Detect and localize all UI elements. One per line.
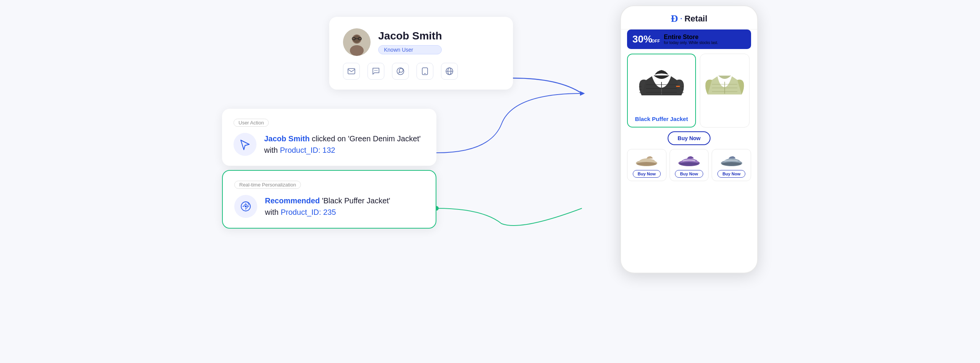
personalization-card-label: Real-time Personalization <box>234 181 301 189</box>
personalization-main-text: Recommended 'Black Puffer Jacket' <box>265 195 390 206</box>
phone-header: Ð · Retail <box>621 6 757 29</box>
phone-mockup: Ð · Retail 30% OFF Entire Store for toda… <box>620 5 758 273</box>
svg-point-4 <box>350 45 364 56</box>
shoe-card-3: Buy Now <box>712 149 751 181</box>
ai-brain-icon <box>239 200 252 213</box>
personalization-icon-circle <box>234 195 257 218</box>
email-icon[interactable] <box>343 63 360 80</box>
user-info: Jacob Smith Known User <box>378 30 442 54</box>
action-description: clicked on 'Green Denim Jacket' <box>310 134 421 143</box>
whatsapp-icon[interactable] <box>392 63 409 80</box>
shoe-image-1 <box>635 152 658 168</box>
action-card-label: User Action <box>234 119 269 127</box>
action-user-name: Jacob Smith <box>264 134 310 143</box>
action-content: Jacob Smith clicked on 'Green Denim Jack… <box>234 133 425 156</box>
secondary-product-card <box>700 54 750 128</box>
user-icons <box>343 63 499 80</box>
svg-point-41 <box>722 162 742 166</box>
action-product-id: Product_ID: 132 <box>280 146 335 154</box>
shoe-image-2 <box>678 152 701 168</box>
svg-point-39 <box>679 162 699 166</box>
chat-icon[interactable] <box>368 63 384 80</box>
shoe-card-2: Buy Now <box>670 149 709 181</box>
personalization-product-id: Product_ID: 235 <box>281 208 336 216</box>
svg-point-37 <box>637 162 657 166</box>
brand-d-icon: Ð <box>671 13 678 25</box>
dark-jacket-image <box>635 61 688 111</box>
personalization-product: 'Black Puffer Jacket' <box>320 196 390 205</box>
svg-point-5 <box>353 35 361 43</box>
svg-point-20 <box>245 206 247 208</box>
shoes-row: Buy Now Buy Now <box>621 149 757 181</box>
action-product-text: with Product_ID: 132 <box>264 144 421 156</box>
personalization-card: Real-time Personalization Recommended 'B… <box>222 170 436 229</box>
brand-logo: Ð · Retail <box>671 13 707 25</box>
products-row: Black Puffer Jacket <box>621 54 757 128</box>
user-card-top: Jacob Smith Known User <box>343 28 499 56</box>
user-card: Jacob Smith Known User <box>329 17 513 90</box>
user-name: Jacob Smith <box>378 30 442 42</box>
main-container: Jacob Smith Known User <box>0 0 980 363</box>
known-user-badge: Known User <box>378 45 442 54</box>
buy-btn-shoe-2[interactable]: Buy Now <box>675 170 703 178</box>
sale-percent-area: 30% OFF <box>632 33 660 45</box>
brand-name: Retail <box>684 14 707 24</box>
sale-main: Entire Store <box>664 34 718 41</box>
light-jacket-image <box>705 60 745 110</box>
action-text: Jacob Smith clicked on 'Green Denim Jack… <box>264 133 421 156</box>
shoe-card-1: Buy Now <box>627 149 666 181</box>
action-main-text: Jacob Smith clicked on 'Green Denim Jack… <box>264 133 421 144</box>
svg-marker-0 <box>580 91 585 96</box>
action-card: User Action Jacob Smith clicked on 'Gree… <box>222 109 436 166</box>
featured-product-name: Black Puffer Jacket <box>632 116 691 122</box>
action-icon-circle <box>234 133 256 156</box>
svg-point-10 <box>374 70 375 71</box>
personalization-product-text: with Product_ID: 235 <box>265 206 390 218</box>
sale-banner: 30% OFF Entire Store for today only. Whi… <box>627 29 751 49</box>
navigation-icon <box>239 139 251 150</box>
purple-shoe-svg <box>678 152 701 168</box>
sale-percent: 30% <box>632 33 652 45</box>
phone-icon[interactable] <box>416 63 433 80</box>
personalization-with-label: with <box>265 208 281 216</box>
shoe-image-3 <box>720 152 743 168</box>
personalization-recommended: Recommended <box>265 196 320 205</box>
action-with-label: with <box>264 146 280 154</box>
web-icon[interactable] <box>441 63 458 80</box>
light-jacket-image-area <box>705 59 745 112</box>
svg-point-11 <box>376 70 376 71</box>
beige-shoe-svg <box>635 152 658 168</box>
content-area: Jacob Smith Known User <box>222 17 758 346</box>
featured-product-card: Black Puffer Jacket <box>627 54 696 128</box>
avatar <box>343 28 371 56</box>
sale-off: OFF <box>652 39 660 43</box>
personalization-text: Recommended 'Black Puffer Jacket' with P… <box>265 195 390 218</box>
sale-text-area: Entire Store for today only. While stock… <box>664 34 718 45</box>
sale-sub: for today only. While stocks last. <box>664 41 718 45</box>
gray-shoe-svg <box>720 152 743 168</box>
svg-rect-9 <box>348 69 355 74</box>
svg-point-12 <box>377 70 377 71</box>
buy-btn-shoe-1[interactable]: Buy Now <box>633 170 661 178</box>
buy-btn-shoe-3[interactable]: Buy Now <box>717 170 745 178</box>
svg-rect-22 <box>676 86 680 87</box>
personalization-content: Recommended 'Black Puffer Jacket' with P… <box>234 195 424 218</box>
jacket-image-area <box>632 59 691 113</box>
buy-now-button[interactable]: Buy Now <box>668 131 710 145</box>
